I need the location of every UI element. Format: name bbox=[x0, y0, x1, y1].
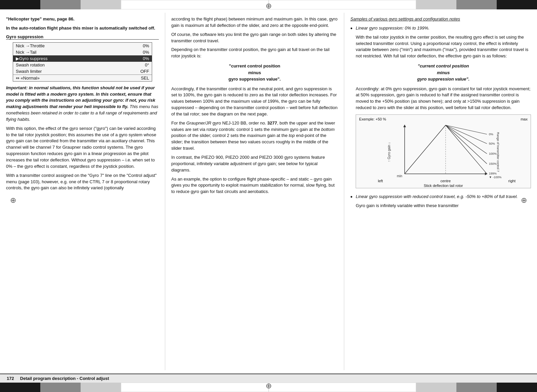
mid-para4: Accordingly, if the transmitter control … bbox=[171, 86, 338, 117]
bold-order: 3277 bbox=[267, 120, 277, 126]
swatch-5 bbox=[81, 0, 101, 9]
bullet-item-1: • Linear gyro suppression: 0% to 199%. W… bbox=[350, 25, 531, 192]
mid-para1: according to the flight phase) between m… bbox=[171, 16, 338, 29]
row-value: 0% bbox=[114, 49, 152, 55]
x-label-right: right bbox=[508, 179, 516, 183]
chart-svg: ↑ Gyro gain ↓ 0% 50% 100% 150% 199% Rang… bbox=[358, 122, 529, 179]
right-side-label: Range of transmitter control 7 bbox=[496, 132, 500, 172]
bottom-swatch-white-center2 bbox=[269, 383, 416, 392]
svg-line-5 bbox=[446, 125, 487, 134]
italic-bottom: bottom bbox=[321, 127, 335, 132]
col-mid: according to the flight phase) between m… bbox=[165, 13, 344, 370]
italic-top: top bbox=[289, 133, 295, 138]
auto-rotation-text: In the auto-rotation flight phase this m… bbox=[6, 25, 159, 32]
mid-para5: For the Graupner/JR gyro NEJ-120 BB, ord… bbox=[171, 120, 338, 152]
chart-top-labels: Exemple: +50 % max bbox=[358, 116, 529, 122]
chart-title-left: Exemple: +50 % bbox=[359, 117, 386, 121]
swatch-r1 bbox=[497, 0, 517, 9]
row-label: ⇔ «Normal» bbox=[13, 75, 114, 81]
x-label-left: left bbox=[378, 179, 383, 183]
footer-title: Detail program description - Control adj… bbox=[20, 376, 109, 381]
svg-line-10 bbox=[405, 125, 446, 174]
label-199pct: 199% bbox=[489, 172, 497, 175]
bottom-bar: ⊕ bbox=[0, 383, 537, 392]
bullet1-body: With the tail rotor joystick in the cent… bbox=[356, 34, 531, 59]
intro-text: "Helicopter type" menu, page 86. bbox=[6, 16, 159, 22]
italic-bullet2-title: Linear gyro suppression with reduced con… bbox=[356, 194, 518, 199]
gyro-table: Nick →Throttle 0% Nick →Tail 0% ▶Gyro su… bbox=[13, 42, 152, 82]
swatch-4 bbox=[60, 0, 81, 9]
bullet-content-1: Linear gyro suppression: 0% to 199%. Wit… bbox=[356, 25, 531, 192]
y-axis-label-text: ↑ Gyro gain ↓ bbox=[387, 142, 391, 162]
para-gyro-2: With a transmitter control assigned on t… bbox=[6, 173, 159, 192]
table-row: Swash limiter OFF bbox=[13, 68, 152, 75]
important-para: Important: in normal situations, this fu… bbox=[6, 85, 159, 123]
swatch-1 bbox=[0, 0, 20, 9]
swatch-r0 bbox=[517, 0, 537, 9]
page-footer: 172 Detail program description - Control… bbox=[0, 374, 537, 383]
col-right: Samples of various gyro settings and con… bbox=[344, 13, 537, 370]
table-row: Nick →Throttle 0% bbox=[13, 43, 152, 49]
swatch-6 bbox=[101, 0, 121, 9]
bottom-swatch-white-center bbox=[121, 383, 269, 392]
label-0pct: 0% bbox=[489, 133, 493, 136]
row-value: OFF bbox=[114, 68, 152, 75]
bottom-swatch-r2 bbox=[477, 383, 497, 392]
table-row: Nick →Tail 0% bbox=[13, 49, 152, 55]
bottom-swatch-4 bbox=[60, 383, 81, 392]
label-150pct: 150% bbox=[489, 162, 497, 165]
bottom-swatch-r4 bbox=[436, 383, 456, 392]
row-label: Nick →Tail bbox=[13, 49, 114, 55]
chart-title-max: max bbox=[521, 117, 528, 121]
bullet1-title: Linear gyro suppression: 0% to 199%. bbox=[356, 25, 531, 32]
chart-x-labels: left centre right bbox=[358, 179, 529, 183]
bullet-item-2: • Linear gyro suppression with reduced c… bbox=[350, 194, 531, 212]
col-left: "Helicopter type" menu, page 86. In the … bbox=[0, 13, 165, 370]
chart-container: Exemple: +50 % max bbox=[356, 114, 531, 188]
bottom-swatch-r0 bbox=[517, 383, 537, 392]
row-value: 0% bbox=[114, 43, 152, 49]
label-100pct: 100% bbox=[489, 152, 497, 155]
italic-min: minimum bbox=[271, 127, 289, 132]
section-header-gyro: Gyro suppression bbox=[6, 34, 159, 40]
swatch-2 bbox=[20, 0, 40, 9]
bottom-swatch-r3 bbox=[456, 383, 477, 392]
mid-para6: In contrast, the PIEZO 900, PIEZO 2000 a… bbox=[171, 154, 338, 174]
main-content: "Helicopter type" menu, page 86. In the … bbox=[0, 9, 537, 374]
x-axis-subtitle: Stick deflection tail rotor bbox=[358, 184, 529, 188]
swatch-white-center2 bbox=[269, 0, 416, 9]
bullet2-body: Gyro gain is infinitely variable within … bbox=[356, 203, 518, 209]
row-label-highlight: ▶Gyro suppress bbox=[13, 55, 114, 62]
bottom-swatch-3 bbox=[40, 383, 60, 392]
footer-page-number: 172 bbox=[7, 376, 14, 381]
bullet-dot-1: • bbox=[350, 25, 356, 192]
para-after-center: Accordingly: at 0% gyro suppression, gyr… bbox=[356, 86, 531, 111]
table-row-highlight: ▶Gyro suppress 0% bbox=[13, 55, 152, 62]
row-value: SEL bbox=[114, 75, 152, 81]
svg-line-8 bbox=[446, 125, 487, 164]
bottom-crosshair: ⊕ bbox=[266, 382, 272, 390]
label-minus100: ▼ -100% bbox=[489, 176, 501, 179]
bottom-swatch-2 bbox=[20, 383, 40, 392]
center-italic-right: "current control positionminusgyro suppr… bbox=[356, 63, 531, 83]
bullet-dot-2: • bbox=[350, 194, 356, 212]
center-block-mid: "current control positionminusgyro suppr… bbox=[171, 63, 338, 83]
swatch-r5 bbox=[416, 0, 436, 9]
bottom-swatch-r5 bbox=[416, 383, 436, 392]
mid-para7: As an example, the option to configure f… bbox=[171, 176, 338, 195]
page-wrapper: ⊕ ⊕ ⊕ "Helicopter type" menu, page 86. I… bbox=[0, 0, 537, 392]
heli-type-quote: "Helicopter type" menu, page 86. bbox=[6, 16, 75, 21]
row-value-highlight: 0% bbox=[114, 55, 152, 62]
bottom-swatch-5 bbox=[81, 383, 101, 392]
top-crosshair: ⊕ bbox=[266, 2, 272, 10]
mid-para2: Of course, the software lets you limit t… bbox=[171, 32, 338, 44]
top-bar: ⊕ bbox=[0, 0, 537, 9]
x-label-centre: centre bbox=[440, 179, 451, 183]
row-label: Nick →Throttle bbox=[13, 43, 114, 49]
bottom-swatch-1 bbox=[0, 383, 20, 392]
row-label: Swash rotation bbox=[13, 62, 114, 68]
swatch-3 bbox=[40, 0, 60, 9]
svg-line-6 bbox=[446, 125, 487, 144]
label-50pct: 50% bbox=[489, 142, 495, 145]
swatch-r4 bbox=[436, 0, 456, 9]
